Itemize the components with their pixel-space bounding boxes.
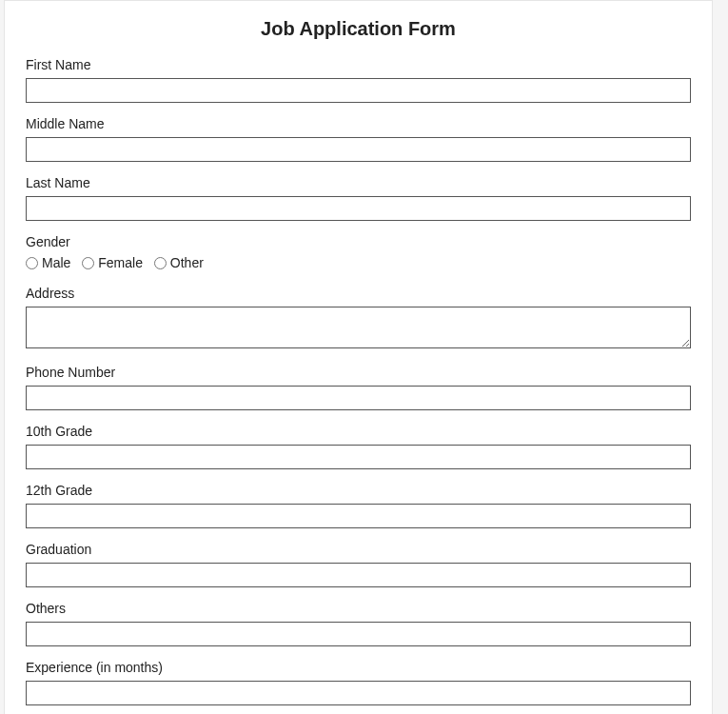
radio-label-female: Female <box>98 255 143 270</box>
form-card: Job Application Form First Name Middle N… <box>4 0 713 714</box>
field-graduation: Graduation <box>26 542 691 587</box>
address-input[interactable] <box>26 307 691 348</box>
radio-item-male[interactable]: Male <box>26 255 70 270</box>
label-last-name: Last Name <box>26 175 691 190</box>
label-grade12: 12th Grade <box>26 483 691 498</box>
radio-item-female[interactable]: Female <box>82 255 143 270</box>
label-phone: Phone Number <box>26 365 691 380</box>
label-experience: Experience (in months) <box>26 660 691 675</box>
last-name-input[interactable] <box>26 196 691 221</box>
label-middle-name: Middle Name <box>26 116 691 131</box>
gender-radio-group: Male Female Other <box>26 255 691 272</box>
graduation-input[interactable] <box>26 563 691 587</box>
field-last-name: Last Name <box>26 175 691 221</box>
label-others: Others <box>26 601 691 616</box>
label-graduation: Graduation <box>26 542 691 557</box>
radio-male[interactable] <box>26 257 38 269</box>
experience-input[interactable] <box>26 681 691 705</box>
label-gender: Gender <box>26 234 691 249</box>
radio-item-other[interactable]: Other <box>154 255 204 270</box>
radio-label-other: Other <box>170 255 204 270</box>
label-address: Address <box>26 286 691 301</box>
grade12-input[interactable] <box>26 504 691 528</box>
radio-label-male: Male <box>42 255 70 270</box>
phone-input[interactable] <box>26 386 691 410</box>
field-grade10: 10th Grade <box>26 424 691 469</box>
others-input[interactable] <box>26 622 691 646</box>
radio-other[interactable] <box>154 257 167 269</box>
field-grade12: 12th Grade <box>26 483 691 528</box>
form-title: Job Application Form <box>26 18 691 40</box>
grade10-input[interactable] <box>26 445 691 469</box>
middle-name-input[interactable] <box>26 137 691 162</box>
field-others: Others <box>26 601 691 646</box>
field-first-name: First Name <box>26 57 691 103</box>
field-experience: Experience (in months) <box>26 660 691 705</box>
field-gender: Gender Male Female Other <box>26 234 691 272</box>
field-phone: Phone Number <box>26 365 691 410</box>
radio-female[interactable] <box>82 257 94 269</box>
field-address: Address <box>26 286 691 351</box>
first-name-input[interactable] <box>26 78 691 103</box>
label-first-name: First Name <box>26 57 691 72</box>
field-middle-name: Middle Name <box>26 116 691 162</box>
label-grade10: 10th Grade <box>26 424 691 439</box>
